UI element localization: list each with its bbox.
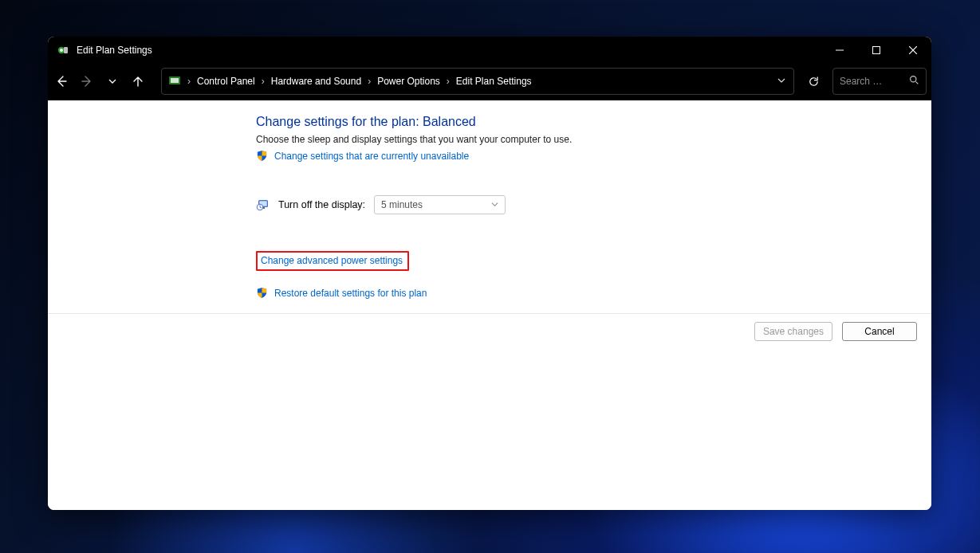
refresh-button[interactable] — [801, 69, 826, 94]
display-off-select[interactable]: 5 minutes — [374, 195, 506, 214]
display-timer-icon — [256, 198, 270, 212]
minimize-button[interactable] — [821, 37, 858, 63]
maximize-button[interactable] — [858, 37, 895, 63]
page-description: Choose the sleep and display settings th… — [256, 134, 814, 145]
window-title: Edit Plan Settings — [77, 45, 152, 56]
breadcrumb-segment[interactable]: Edit Plan Settings — [456, 76, 532, 87]
back-button[interactable] — [49, 69, 73, 93]
content-area: Change settings for the plan: Balanced C… — [48, 100, 931, 510]
control-panel-icon — [168, 74, 181, 89]
chevron-right-icon: › — [447, 76, 450, 87]
save-changes-button: Save changes — [754, 322, 832, 341]
highlighted-region: Change advanced power settings — [256, 251, 409, 271]
breadcrumb-segment[interactable]: Hardware and Sound — [271, 76, 361, 87]
svg-rect-3 — [873, 46, 880, 53]
page-heading: Change settings for the plan: Balanced — [256, 115, 814, 129]
search-input[interactable]: Search … — [832, 68, 927, 95]
dialog-buttons: Save changes Cancel — [48, 314, 931, 341]
restore-defaults-link[interactable]: Restore default settings for this plan — [274, 288, 427, 299]
svg-point-2 — [60, 49, 63, 52]
window: Edit Plan Settings — [48, 37, 931, 510]
recent-locations-button[interactable] — [100, 69, 124, 93]
shield-icon — [256, 150, 268, 162]
svg-rect-5 — [171, 78, 179, 83]
chevron-right-icon: › — [262, 76, 265, 87]
forward-button[interactable] — [75, 69, 99, 93]
display-off-label: Turn off the display: — [278, 199, 366, 210]
chevron-down-icon[interactable] — [777, 76, 785, 87]
display-off-value: 5 minutes — [381, 199, 423, 210]
chevron-down-icon — [491, 201, 498, 210]
cancel-button[interactable]: Cancel — [842, 322, 917, 341]
search-placeholder: Search … — [840, 76, 882, 87]
close-button[interactable] — [895, 37, 931, 63]
app-icon — [57, 44, 70, 57]
search-icon — [909, 75, 919, 88]
svg-rect-1 — [64, 47, 68, 53]
change-unavailable-settings-link[interactable]: Change settings that are currently unava… — [274, 151, 469, 162]
title-bar: Edit Plan Settings — [48, 37, 931, 63]
shield-icon — [256, 287, 268, 299]
up-button[interactable] — [126, 69, 150, 93]
svg-point-6 — [911, 76, 916, 82]
chevron-right-icon: › — [368, 76, 371, 87]
toolbar: › Control Panel › Hardware and Sound › P… — [48, 63, 931, 100]
chevron-right-icon: › — [187, 76, 191, 87]
change-advanced-power-settings-link[interactable]: Change advanced power settings — [261, 255, 403, 266]
breadcrumb-segment[interactable]: Power Options — [377, 76, 440, 87]
address-bar[interactable]: › Control Panel › Hardware and Sound › P… — [161, 68, 794, 95]
breadcrumb-segment[interactable]: Control Panel — [197, 76, 255, 87]
